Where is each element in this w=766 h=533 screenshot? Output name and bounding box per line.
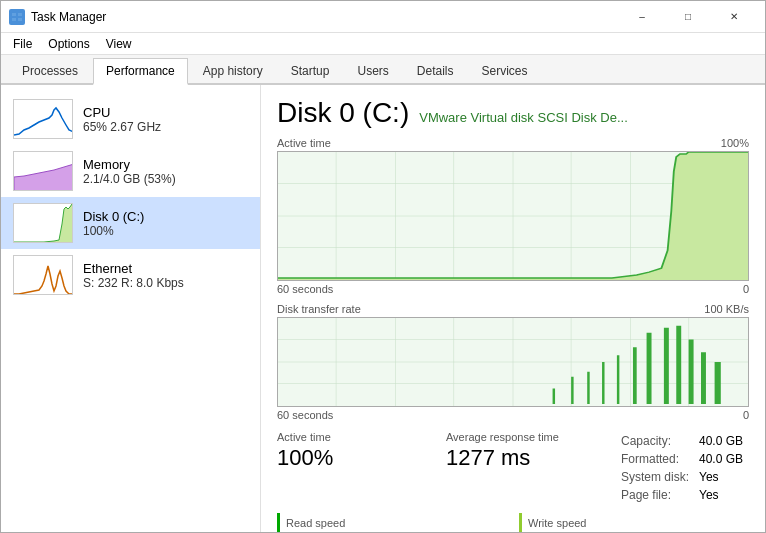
svg-rect-9 bbox=[14, 256, 73, 295]
svg-marker-35 bbox=[614, 355, 619, 404]
read-speed-value: 104 MB/s bbox=[286, 529, 507, 532]
chart1-time-label: 60 seconds bbox=[277, 283, 333, 295]
chart2-value-label: 0 bbox=[743, 409, 749, 421]
svg-marker-40 bbox=[684, 340, 694, 405]
speed-row: Read speed 104 MB/s Write speed 90.2 MB/… bbox=[277, 513, 749, 532]
sidebar-item-ethernet[interactable]: Ethernet S: 232 R: 8.0 Kbps bbox=[1, 249, 260, 301]
ethernet-value: S: 232 R: 8.0 Kbps bbox=[83, 276, 248, 290]
capacity-table: Capacity: 40.0 GB Formatted: 40.0 GB Sys… bbox=[615, 431, 749, 505]
menu-file[interactable]: File bbox=[5, 35, 40, 53]
tab-performance[interactable]: Performance bbox=[93, 58, 188, 85]
sidebar: CPU 65% 2.67 GHz Memory 2.1/4.0 GB (53%) bbox=[1, 85, 261, 532]
transfer-rate-chart-container: Disk transfer rate 100 KB/s bbox=[277, 303, 749, 421]
avg-response-stat: Average response time 1277 ms bbox=[446, 431, 599, 505]
svg-marker-37 bbox=[643, 333, 652, 404]
task-manager-window: Task Manager – □ ✕ File Options View Pro… bbox=[0, 0, 766, 533]
disk-value: 100% bbox=[83, 224, 248, 238]
tab-processes[interactable]: Processes bbox=[9, 58, 91, 83]
tab-details[interactable]: Details bbox=[404, 58, 467, 83]
disk-label: Disk 0 (C:) bbox=[83, 209, 248, 224]
chart1-value-label: 0 bbox=[743, 283, 749, 295]
chart2-right-label: 100 KB/s bbox=[704, 303, 749, 315]
sidebar-item-memory[interactable]: Memory 2.1/4.0 GB (53%) bbox=[1, 145, 260, 197]
read-speed-label: Read speed bbox=[286, 517, 507, 529]
active-time-stat: Active time 100% bbox=[277, 431, 430, 505]
sidebar-item-cpu[interactable]: CPU 65% 2.67 GHz bbox=[1, 93, 260, 145]
formatted-row: Formatted: 40.0 GB bbox=[617, 451, 747, 467]
disk-thumbnail bbox=[13, 203, 73, 243]
cpu-thumbnail bbox=[13, 99, 73, 139]
svg-rect-3 bbox=[18, 18, 22, 21]
svg-marker-42 bbox=[708, 362, 720, 404]
svg-marker-41 bbox=[696, 352, 706, 404]
transfer-rate-chart bbox=[277, 317, 749, 407]
disk-main-title: Disk 0 (C:) bbox=[277, 97, 409, 129]
svg-marker-38 bbox=[659, 328, 669, 404]
system-disk-label: System disk: bbox=[617, 469, 693, 485]
read-speed-block: Read speed 104 MB/s bbox=[277, 513, 507, 532]
menu-view[interactable]: View bbox=[98, 35, 140, 53]
chart1-right-label: 100% bbox=[721, 137, 749, 149]
memory-label: Memory bbox=[83, 157, 248, 172]
capacity-info: Capacity: 40.0 GB Formatted: 40.0 GB Sys… bbox=[615, 431, 749, 505]
chart2-label-row: Disk transfer rate 100 KB/s bbox=[277, 303, 749, 315]
system-disk-value: Yes bbox=[695, 469, 747, 485]
svg-marker-33 bbox=[585, 372, 590, 404]
capacity-value: 40.0 GB bbox=[695, 433, 747, 449]
memory-thumbnail bbox=[13, 151, 73, 191]
tab-users[interactable]: Users bbox=[344, 58, 401, 83]
tab-app-history[interactable]: App history bbox=[190, 58, 276, 83]
svg-marker-34 bbox=[600, 362, 605, 404]
close-button[interactable]: ✕ bbox=[711, 1, 757, 33]
write-speed-value: 90.2 MB/s bbox=[528, 529, 749, 532]
menu-bar: File Options View bbox=[1, 33, 765, 55]
minimize-button[interactable]: – bbox=[619, 1, 665, 33]
svg-marker-39 bbox=[671, 326, 681, 404]
ethernet-thumbnail bbox=[13, 255, 73, 295]
disk-subtitle: VMware Virtual disk SCSI Disk De... bbox=[419, 110, 628, 125]
stats-row: Active time 100% Average response time 1… bbox=[277, 431, 749, 505]
title-bar: Task Manager – □ ✕ bbox=[1, 1, 765, 33]
svg-rect-1 bbox=[18, 13, 22, 16]
tabs-bar: Processes Performance App history Startu… bbox=[1, 55, 765, 85]
system-disk-row: System disk: Yes bbox=[617, 469, 747, 485]
tab-startup[interactable]: Startup bbox=[278, 58, 343, 83]
avg-response-label: Average response time bbox=[446, 431, 599, 443]
cpu-label: CPU bbox=[83, 105, 248, 120]
chart1-bottom-row: 60 seconds 0 bbox=[277, 283, 749, 295]
formatted-value: 40.0 GB bbox=[695, 451, 747, 467]
cpu-info: CPU 65% 2.67 GHz bbox=[83, 105, 248, 134]
ethernet-label: Ethernet bbox=[83, 261, 248, 276]
tab-services[interactable]: Services bbox=[469, 58, 541, 83]
chart2-left-label: Disk transfer rate bbox=[277, 303, 361, 315]
memory-value: 2.1/4.0 GB (53%) bbox=[83, 172, 248, 186]
menu-options[interactable]: Options bbox=[40, 35, 97, 53]
chart1-left-label: Active time bbox=[277, 137, 331, 149]
svg-marker-32 bbox=[569, 377, 574, 404]
pagefile-value: Yes bbox=[695, 487, 747, 503]
memory-info: Memory 2.1/4.0 GB (53%) bbox=[83, 157, 248, 186]
active-time-label: Active time bbox=[277, 431, 430, 443]
active-time-chart-container: Active time 100% bbox=[277, 137, 749, 295]
chart1-label-row: Active time 100% bbox=[277, 137, 749, 149]
capacity-label: Capacity: bbox=[617, 433, 693, 449]
window-title: Task Manager bbox=[31, 10, 619, 24]
disk-info: Disk 0 (C:) 100% bbox=[83, 209, 248, 238]
capacity-row: Capacity: 40.0 GB bbox=[617, 433, 747, 449]
svg-rect-0 bbox=[12, 13, 16, 16]
ethernet-info: Ethernet S: 232 R: 8.0 Kbps bbox=[83, 261, 248, 290]
window-controls: – □ ✕ bbox=[619, 1, 757, 33]
avg-response-value: 1277 ms bbox=[446, 445, 599, 471]
sidebar-item-disk[interactable]: Disk 0 (C:) 100% bbox=[1, 197, 260, 249]
pagefile-label: Page file: bbox=[617, 487, 693, 503]
app-icon bbox=[9, 9, 25, 25]
chart2-bottom-row: 60 seconds 0 bbox=[277, 409, 749, 421]
disk-header: Disk 0 (C:) VMware Virtual disk SCSI Dis… bbox=[277, 97, 749, 129]
maximize-button[interactable]: □ bbox=[665, 1, 711, 33]
write-speed-label: Write speed bbox=[528, 517, 749, 529]
pagefile-row: Page file: Yes bbox=[617, 487, 747, 503]
content-area: CPU 65% 2.67 GHz Memory 2.1/4.0 GB (53%) bbox=[1, 85, 765, 532]
active-time-value: 100% bbox=[277, 445, 430, 471]
main-panel: Disk 0 (C:) VMware Virtual disk SCSI Dis… bbox=[261, 85, 765, 532]
write-speed-block: Write speed 90.2 MB/s bbox=[519, 513, 749, 532]
